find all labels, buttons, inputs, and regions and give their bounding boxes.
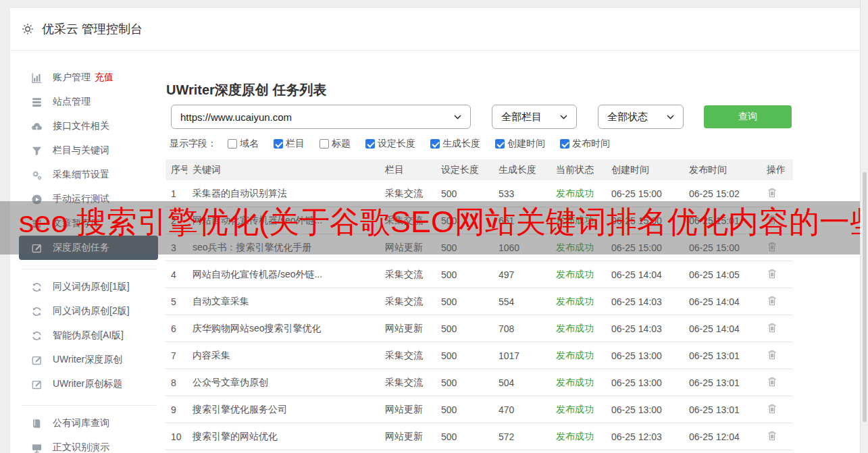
column-header-栏目: 栏目 [380, 164, 436, 176]
publish-time-cell: 06-25 12:04 [684, 431, 761, 442]
checkbox-checked-icon[interactable] [495, 139, 505, 149]
field-checkbox-label: 创建时间 [507, 138, 545, 150]
field-checkbox-设定长度[interactable]: 设定长度 [365, 138, 415, 150]
row-index: 6 [165, 323, 187, 334]
sidebar-item-label: 账户管理 [53, 72, 91, 84]
checkbox-checked-icon[interactable] [365, 139, 375, 149]
column-header-生成长度: 生成长度 [493, 164, 551, 176]
sync-icon [31, 282, 43, 293]
filter-icon [31, 145, 43, 157]
sidebar-item-采集细节设置[interactable]: 采集细节设置 [19, 163, 158, 187]
sidebar-item-label: 接口文件相关 [53, 120, 109, 132]
checkbox-unchecked-icon[interactable] [228, 139, 237, 149]
set-length-cell: 500 [436, 350, 493, 361]
column-cell: 网站更新 [380, 404, 436, 416]
trash-icon[interactable] [767, 403, 778, 415]
status-select[interactable]: 全部状态 [598, 105, 684, 129]
trash-icon[interactable] [767, 430, 778, 442]
sidebar-item-UWriter原创标题[interactable]: UWriter原创标题 [19, 372, 158, 396]
sync-icon [31, 330, 43, 342]
field-checkbox-创建时间[interactable]: 创建时间 [495, 138, 545, 150]
sidebar-item-同义词伪原创[2版][interactable]: 同义词伪原创[2版] [19, 299, 158, 323]
sidebar-divider [21, 269, 156, 269]
sidebar-item-账户管理[interactable]: 账户管理充值 [19, 65, 158, 90]
column-cell: 采集交流 [380, 377, 436, 389]
trash-icon[interactable] [767, 295, 778, 307]
keyword-cell: 庆华购物网站seo搜索引擎优化 [187, 323, 380, 335]
checkbox-checked-icon[interactable] [274, 139, 283, 149]
gear-icon [21, 22, 34, 36]
sidebar-item-正文识别演示[interactable]: 正文识别演示 [19, 435, 158, 453]
column-header-当前状态: 当前状态 [551, 164, 606, 176]
cloud-upload-icon [31, 121, 43, 132]
table-row: 7内容采集采集交流5001017发布成功06-25 13:0006-25 13:… [165, 342, 793, 369]
column-cell: 采集交流 [380, 269, 436, 281]
sidebar-item-label: 栏目与关键词 [53, 144, 109, 157]
create-time-cell: 06-25 15:00 [606, 188, 684, 199]
gen-length-cell: 497 [493, 269, 551, 280]
field-checkbox-label: 生成长度 [442, 138, 480, 150]
site-select[interactable]: https://www.ucaiyun.com [171, 105, 471, 129]
field-checkbox-发布时间[interactable]: 发布时间 [560, 138, 610, 150]
keyword-cell: 自动文章采集 [187, 296, 380, 308]
sidebar-item-label: UWriter深度原创 [53, 354, 122, 366]
status-cell: 发布成功 [551, 296, 606, 308]
column-select[interactable]: 全部栏目 [492, 105, 577, 129]
sidebar-item-label: UWriter原创标题 [53, 378, 122, 390]
publish-time-cell: 06-25 13:01 [684, 350, 761, 361]
sync-icon [31, 306, 43, 317]
column-header-创建时间: 创建时间 [606, 164, 684, 176]
column-header-序号: 序号 [165, 164, 187, 176]
gen-length-cell: 504 [493, 377, 551, 388]
checkbox-unchecked-icon[interactable] [320, 139, 329, 149]
trash-icon[interactable] [767, 376, 778, 388]
action-cell [761, 268, 793, 282]
query-button[interactable]: 查询 [704, 105, 792, 128]
trash-icon[interactable] [767, 268, 778, 280]
set-length-cell: 500 [436, 188, 493, 199]
set-length-cell: 500 [436, 269, 493, 280]
field-checkbox-标题[interactable]: 标题 [320, 138, 351, 150]
field-checkbox-生成长度[interactable]: 生成长度 [430, 138, 480, 150]
create-time-cell: 06-25 14:04 [606, 269, 684, 280]
sidebar-item-公有词库查询[interactable]: 公有词库查询 [19, 411, 158, 435]
sidebar-item-label: 正文识别演示 [53, 442, 109, 453]
field-checkbox-域名[interactable]: 域名 [228, 138, 259, 150]
recharge-badge[interactable]: 充值 [95, 72, 113, 84]
set-length-cell: 500 [436, 296, 493, 307]
status-cell: 发布成功 [551, 377, 606, 389]
field-checkbox-栏目[interactable]: 栏目 [274, 138, 305, 150]
field-checkbox-label: 设定长度 [378, 138, 415, 150]
scrollbar-thumb[interactable] [863, 172, 867, 422]
trash-icon[interactable] [767, 322, 778, 334]
create-time-cell: 06-25 14:03 [606, 323, 684, 334]
row-index: 9 [165, 404, 187, 415]
status-cell: 发布成功 [551, 269, 606, 281]
publish-time-cell: 06-25 15:02 [684, 188, 761, 199]
row-index: 1 [165, 188, 187, 199]
table-row: 4网站自动化宣传机器/seo外链...采集交流500497发布成功06-25 1… [165, 261, 793, 288]
sidebar-item-同义词伪原创[1版][interactable]: 同义词伪原创[1版] [19, 275, 158, 299]
checkbox-checked-icon[interactable] [560, 139, 569, 149]
column-cell: 网站更新 [380, 431, 436, 443]
sidebar-divider [21, 405, 156, 406]
page-title: UWriter深度原创 任务列表 [166, 81, 326, 99]
keyword-cell: 公众号文章伪原创 [187, 377, 380, 389]
sidebar-item-智能伪原创[AI版][interactable]: 智能伪原创[AI版] [19, 323, 158, 348]
gen-length-cell: 1017 [493, 350, 551, 361]
column-header-发布时间: 发布时间 [684, 164, 761, 176]
display-fields-row: 显示字段： 域名栏目标题设定长度生成长度创建时间发布时间 [170, 136, 625, 151]
status-cell: 发布成功 [551, 188, 606, 200]
sidebar-item-接口文件相关[interactable]: 接口文件相关 [19, 114, 158, 138]
trash-icon[interactable] [767, 349, 778, 361]
app-title: 优采云 管理控制台 [42, 21, 143, 37]
column-cell: 采集交流 [380, 188, 436, 200]
sidebar-item-UWriter深度原创[interactable]: UWriter深度原创 [19, 348, 158, 372]
trash-icon[interactable] [767, 187, 778, 199]
sidebar-item-栏目与关键词[interactable]: 栏目与关键词 [19, 138, 158, 163]
checkbox-checked-icon[interactable] [430, 139, 440, 149]
status-cell: 发布成功 [551, 404, 606, 416]
sidebar-item-站点管理[interactable]: 站点管理 [19, 90, 158, 114]
edit-icon [31, 354, 43, 366]
set-length-cell: 500 [436, 377, 493, 388]
